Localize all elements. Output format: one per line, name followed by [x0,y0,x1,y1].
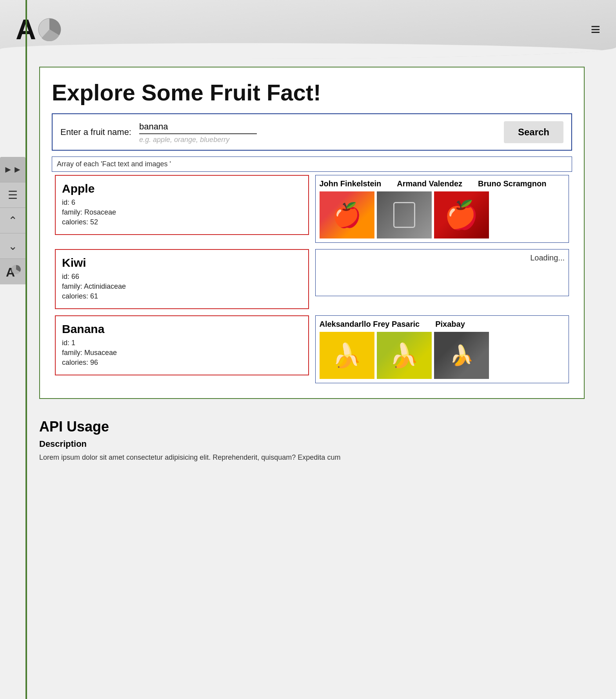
search-bar: Enter a fruit name: e.g. apple, orange, … [52,113,572,151]
search-placeholder: e.g. apple, orange, blueberry [139,136,496,144]
fruit-row-apple: Apple id: 6 family: Rosaceae calories: 5… [52,172,572,246]
logo: A [16,15,61,44]
kiwi-name: Kiwi [62,256,302,269]
apple-calories: calories: 52 [62,218,302,226]
search-input-wrapper: e.g. apple, orange, blueberry [139,120,496,144]
kiwi-images-col: Loading... [312,246,572,312]
apple-image-3 [434,191,489,238]
banana-family: family: Musaceae [62,349,302,357]
kiwi-loading-box: Loading... [315,249,569,296]
sidebar-item-layers[interactable]: ☰ [0,182,25,208]
banana-image-section: Aleksandarllo Frey Pasaric Pixabay [315,315,569,383]
apple-image-section: John Finkelstein Armand Valendez Bruno S… [315,175,569,243]
kiwi-calories: calories: 61 [62,292,302,300]
kiwi-family: family: Actinidiaceae [62,282,302,291]
sidebar-item-logo[interactable]: A [0,259,25,284]
apple-id: id: 6 [62,198,302,207]
apple-image-row [320,191,565,238]
banana-credit-2: Pixabay [435,320,465,329]
sidebar-item-up[interactable]: ⌃ [0,208,25,233]
banana-id: id: 1 [62,339,302,347]
api-description-text: Lorem ipsum dolor sit amet consectetur a… [39,452,585,463]
apple-name: Apple [62,182,302,195]
chevrons-right-icon: ►► [4,164,22,175]
apple-family: family: Rosaceae [62,208,302,217]
banana-credits: Aleksandarllo Frey Pasaric Pixabay [320,320,565,329]
apple-credit-3: Bruno Scramgnon [478,179,546,188]
sidebar-item-down[interactable]: ⌄ [0,233,25,259]
apple-credit-2: Armand Valendez [397,179,462,188]
apple-image-1 [320,191,374,238]
sidebar: ►► ☰ ⌃ ⌄ A [0,157,25,284]
banana-calories: calories: 96 [62,359,302,367]
banana-image-row [320,332,565,379]
banana-image-2 [377,332,432,379]
sidebar-item-chevrons[interactable]: ►► [0,157,25,182]
array-label: Array of each 'Fact text and images ' [52,157,572,172]
fruit-row-banana: Banana id: 1 family: Musaceae calories: … [52,312,572,386]
banana-image-3 [434,332,489,379]
api-section: API Usage Description Lorem ipsum dolor … [39,419,585,463]
layers-icon: ☰ [8,189,18,202]
kiwi-info-card: Kiwi id: 66 family: Actinidiaceae calori… [55,249,309,309]
apple-info-col: Apple id: 6 family: Rosaceae calories: 5… [52,172,312,246]
banana-credit-1: Aleksandarllo Frey Pasaric [320,320,420,329]
fruit-row-kiwi: Kiwi id: 66 family: Actinidiaceae calori… [52,246,572,312]
apple-image-2 [377,191,432,238]
kiwi-id: id: 66 [62,273,302,281]
explore-section: Explore Some Fruit Fact! Enter a fruit n… [39,67,585,399]
explore-title: Explore Some Fruit Fact! [52,79,572,106]
search-input[interactable] [139,120,257,134]
banana-info-col: Banana id: 1 family: Musaceae calories: … [52,312,312,386]
hamburger-menu-icon[interactable]: ≡ [591,20,600,39]
kiwi-loading-text: Loading... [530,253,565,262]
kiwi-info-col: Kiwi id: 66 family: Actinidiaceae calori… [52,246,312,312]
search-label: Enter a fruit name: [60,127,131,137]
apple-credits: John Finkelstein Armand Valendez Bruno S… [320,179,565,188]
banana-image-1 [320,332,374,379]
api-description-label: Description [39,439,585,449]
main-content: Explore Some Fruit Fact! Enter a fruit n… [39,67,585,399]
brand-logo-icon: A [5,264,21,280]
sidebar-green-line [25,0,27,479]
api-title: API Usage [39,419,585,435]
banana-info-card: Banana id: 1 family: Musaceae calories: … [55,315,309,375]
apple-info-card: Apple id: 6 family: Rosaceae calories: 5… [55,175,309,235]
apple-images-col: John Finkelstein Armand Valendez Bruno S… [312,172,572,246]
search-button[interactable]: Search [504,121,563,143]
header: A ≡ [0,0,616,59]
chevron-down-icon: ⌄ [8,240,17,253]
apple-credit-1: John Finkelstein [320,179,382,188]
banana-images-col: Aleksandarllo Frey Pasaric Pixabay [312,312,572,386]
chevron-up-icon: ⌃ [8,214,17,227]
banana-name: Banana [62,322,302,336]
logo-pie-icon [38,18,61,41]
